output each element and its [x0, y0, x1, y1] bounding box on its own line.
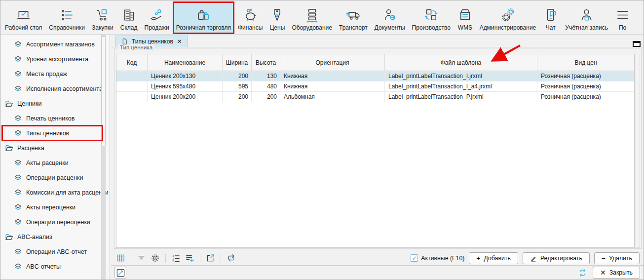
status-bar: ✕ Закрыть	[111, 265, 644, 280]
sync-boxes-icon	[423, 7, 439, 23]
cell-name: Ценник 200x130	[148, 71, 223, 81]
module-label: WMS	[458, 24, 472, 31]
sidebar-scrollbar-thumb[interactable]	[101, 37, 106, 146]
svg-text:$: $	[276, 12, 279, 18]
sidebar-item-label: Операции переоценки	[26, 219, 90, 226]
column-header-height[interactable]: Высота	[252, 54, 280, 71]
active-filter-checkbox[interactable]: ✓ Активные (F10)	[411, 254, 464, 262]
cell-price-kind: Розничная (расценка)	[537, 92, 634, 102]
sidebar-item-abc-otchety[interactable]: ABC-отчеты	[0, 259, 110, 274]
module-warehouse[interactable]: Склад	[117, 1, 141, 34]
module-label: Транспорт	[339, 24, 368, 31]
cell-width: 200	[223, 71, 252, 81]
module-administration[interactable]: Администрирование	[476, 1, 539, 34]
layers-icon	[14, 85, 22, 93]
column-header-template-file[interactable]: Файл шаблона	[385, 54, 537, 71]
module-equipment[interactable]: Оборудование	[288, 1, 336, 34]
cell-name: Ценник 200x200	[148, 92, 223, 102]
sidebar-item-urovni-assortimenta[interactable]: Уровни ассортимента	[0, 52, 110, 67]
sidebar-item-akty-rascenki[interactable]: Акты расценки	[0, 156, 110, 170]
module-production[interactable]: Производство	[409, 1, 454, 34]
module-desktop[interactable]: Рабочий стол	[1, 1, 45, 34]
application-window: Рабочий стол Справочники Закупки Склад П…	[0, 0, 644, 280]
module-overflow[interactable]: По	[611, 1, 634, 34]
sidebar-item-operacii-pereocenki[interactable]: Операции переоценки	[0, 215, 110, 230]
cell-code	[116, 71, 148, 81]
sidebar-item-komissii-dlya-akta-rascenki[interactable]: Комиссии для акта расценки	[0, 185, 110, 200]
edit-note-icon	[116, 268, 125, 278]
sidebar-scrollbar[interactable]	[101, 35, 106, 280]
module-chat[interactable]: Чат	[539, 1, 562, 34]
cell-name: Ценник 595x480	[148, 81, 223, 92]
cell-height: 130	[252, 71, 280, 81]
type-groupbox: Тип ценника Код Наименование Ширина Высо…	[114, 48, 642, 249]
sidebar-item-pechat-cennikov[interactable]: Печать ценников	[0, 111, 110, 126]
svg-text:3: 3	[172, 260, 174, 263]
table-scrollbar[interactable]	[636, 54, 640, 248]
module-label: Документы	[375, 24, 405, 31]
reload-loop-button[interactable]	[226, 252, 237, 264]
delete-button[interactable]: − Удалить	[594, 252, 640, 264]
table-settings-button[interactable]	[150, 252, 161, 264]
open-folder-icon	[5, 100, 13, 108]
module-prices[interactable]: $ Цены	[266, 1, 288, 34]
module-transport[interactable]: Транспорт	[336, 1, 371, 34]
box-icon	[457, 7, 473, 23]
tab-close-icon[interactable]: ✕	[177, 38, 182, 45]
sidebar-item-label: ABC-анализ	[17, 234, 52, 240]
list-icon	[59, 7, 75, 23]
filter-button[interactable]	[136, 252, 147, 264]
module-sales[interactable]: Продажи	[141, 1, 173, 34]
column-header-code[interactable]: Код	[116, 54, 148, 71]
delete-button-label: Удалить	[609, 255, 632, 262]
module-label: Рабочий стол	[5, 24, 42, 31]
layers-icon	[14, 159, 22, 167]
quick-edit-button[interactable]	[114, 267, 126, 279]
hand-coins-icon	[149, 7, 164, 23]
add-button[interactable]: + Добавить	[469, 252, 518, 264]
sidebar-item-label: Расценка	[17, 145, 44, 152]
sidebar-item-label: Акты переоценки	[26, 204, 76, 211]
sidebar-item-assortiment-magazinov[interactable]: Ассортимент магазинов	[0, 37, 110, 52]
sidebar-folder-cenniki[interactable]: Ценники	[0, 96, 110, 111]
module-label: Справочники	[49, 24, 85, 31]
close-button[interactable]: ✕ Закрыть	[593, 267, 640, 279]
column-header-orientation[interactable]: Ориентация	[280, 54, 385, 71]
maximize-panel-icon[interactable]	[633, 41, 641, 47]
refresh-button[interactable]	[577, 267, 589, 279]
module-documents[interactable]: Документы	[371, 1, 409, 34]
phone-chat-icon	[543, 7, 558, 23]
module-purchases[interactable]: Закупки	[88, 1, 117, 34]
table-row[interactable]: Ценник 200x200 200 200 Альбомная Label_p…	[116, 92, 634, 102]
numbered-list-button[interactable]: 123	[170, 252, 182, 264]
table-row[interactable]: Ценник 595x480 595 480 Книжная Label_pri…	[116, 81, 634, 92]
column-header-name[interactable]: Наименование	[148, 54, 223, 71]
sidebar-item-operacii-rascenki[interactable]: Операции расценки	[0, 170, 110, 185]
layers-icon	[14, 115, 22, 123]
cell-orientation: Книжная	[280, 71, 385, 81]
add-to-list-button[interactable]	[184, 252, 195, 264]
grid-view-button[interactable]	[115, 252, 126, 264]
edit-button[interactable]: Редактировать	[523, 252, 590, 264]
export-button[interactable]	[205, 252, 216, 264]
table-row-selected[interactable]: Ценник 200x130 200 130 Книжная Label_pri…	[116, 71, 634, 81]
module-finance[interactable]: Финансы	[234, 1, 266, 34]
sidebar-folder-abc-analiz[interactable]: ABC-анализ	[0, 230, 110, 244]
column-header-width[interactable]: Ширина	[223, 54, 252, 71]
layers-icon	[14, 218, 22, 227]
sidebar-item-tipy-cennikov[interactable]: Типы ценников	[0, 126, 110, 141]
column-header-price-kind[interactable]: Вид цен	[537, 54, 634, 71]
module-directories[interactable]: Справочники	[45, 1, 88, 34]
sidebar-item-mesta-prodazh[interactable]: Места продаж	[0, 67, 110, 81]
module-account[interactable]: Учётная запись	[562, 1, 611, 34]
sidebar-item-akty-pereocenki[interactable]: Акты переоценки	[0, 200, 110, 215]
sidebar-item-operacii-abc-otchet[interactable]: Операции ABC-отчет	[0, 244, 110, 259]
module-wms[interactable]: WMS	[454, 1, 476, 34]
module-toolbar: Рабочий стол Справочники Закупки Склад П…	[0, 0, 644, 35]
sidebar-item-ispolneniya-assortimenta[interactable]: Исполнения ассортимента	[0, 81, 110, 96]
layers-icon	[14, 263, 22, 271]
module-label: Цены	[269, 24, 285, 31]
module-retail-selected[interactable]: Розничная торговля	[173, 1, 234, 34]
sidebar-folder-rascenka[interactable]: Расценка	[0, 141, 110, 156]
price-tag-icon: $	[269, 7, 285, 23]
